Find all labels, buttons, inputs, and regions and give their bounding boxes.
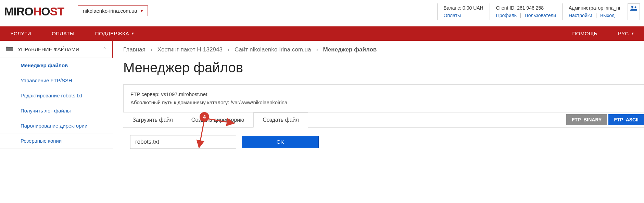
breadcrumb-home[interactable]: Главная	[123, 46, 146, 53]
balance-block: Баланс: 0.00 UAH Оплаты	[437, 3, 490, 20]
logo[interactable]: MIROHOST	[4, 5, 64, 18]
header-blocks: Баланс: 0.00 UAH Оплаты Client ID: 261 9…	[437, 3, 640, 20]
breadcrumb-hosting[interactable]: Хостинг-пакет H-132943	[157, 46, 223, 53]
sidebar-item-password-dir[interactable]: Паролирование директории	[0, 118, 113, 133]
tab-create-file[interactable]: Создать файл	[253, 112, 308, 128]
separator: |	[520, 13, 521, 18]
sidebar-item-label: Резервные копии	[21, 138, 62, 144]
layout: УПРАВЛЕНИЕ ФАЙЛАМИ ⌃ Менеджер файлов Упр…	[0, 41, 644, 156]
nav-lang[interactable]: РУС▾	[608, 31, 644, 36]
profile-link[interactable]: Профиль	[496, 13, 517, 18]
sidebar-heading[interactable]: УПРАВЛЕНИЕ ФАЙЛАМИ ⌃	[0, 41, 113, 58]
sidebar-item-label: Получить лог-файлы	[21, 108, 71, 114]
admin-block: Администратор irina_ni Настройки | Выход	[562, 3, 626, 20]
sidebar-item-robots[interactable]: Редактирование robots.txt	[0, 88, 113, 103]
chevron-down-icon: ▾	[141, 9, 143, 13]
payments-link[interactable]: Оплаты	[444, 13, 461, 18]
nav-support[interactable]: ПОДДЕРЖКА▾	[85, 31, 144, 36]
ftp-server-value: vs1097.mirohost.net	[161, 91, 207, 97]
chevron-up-icon: ⌃	[103, 47, 106, 52]
breadcrumb-current: Менеджер файлов	[323, 46, 377, 53]
sidebar-item-label: Менеджер файлов	[21, 62, 68, 68]
nav-help[interactable]: ПОМОЩЬ	[562, 31, 608, 36]
admin-label: Администратор irina_ni	[569, 4, 620, 12]
tab-label: Загрузить файл	[132, 117, 173, 123]
filename-input[interactable]	[130, 135, 236, 149]
logout-link[interactable]: Выход	[600, 13, 615, 18]
tab-create-directory[interactable]: Создать директорию	[182, 112, 253, 128]
ftp-binary-toggle[interactable]: FTP_BINARY	[566, 114, 607, 125]
breadcrumb-site[interactable]: Сайт nikolaenko-irina.com.ua	[235, 46, 311, 53]
nav-services[interactable]: УСЛУГИ	[0, 31, 41, 36]
info-panel: FTP сервер: vs1097.mirohost.net Абсолютн…	[123, 84, 644, 112]
client-block: Client ID: 261 946 258 Профиль | Пользов…	[490, 3, 562, 20]
breadcrumb-separator: ›	[228, 46, 230, 53]
page-title: Менеджер файлов	[123, 60, 644, 75]
sidebar: УПРАВЛЕНИЕ ФАЙЛАМИ ⌃ Менеджер файлов Упр…	[0, 41, 113, 156]
sidebar-item-label: Паролирование директории	[21, 123, 87, 129]
chevron-down-icon: ▾	[632, 31, 634, 36]
folder-open-icon	[5, 46, 13, 53]
logo-text: ST	[50, 5, 64, 18]
ftp-ascii-toggle[interactable]: FTP_ASCII	[608, 114, 644, 125]
tab-label: Создать файл	[263, 117, 299, 123]
sidebar-item-label: Редактирование robots.txt	[21, 93, 82, 98]
sidebar-heading-label: УПРАВЛЕНИЕ ФАЙЛАМИ	[18, 46, 103, 52]
users-link[interactable]: Пользователи	[525, 13, 556, 18]
svg-point-0	[631, 6, 633, 8]
separator: |	[596, 13, 597, 18]
breadcrumb-separator: ›	[316, 46, 318, 53]
breadcrumb-separator: ›	[150, 46, 152, 53]
home-path-label: Абсолютный путь к домашнему каталогу:	[130, 99, 231, 105]
main-content: Главная › Хостинг-пакет H-132943 › Сайт …	[113, 41, 644, 156]
contacts-button[interactable]	[628, 3, 640, 20]
annotation-badge: 4	[200, 112, 209, 122]
sidebar-item-ftp-ssh[interactable]: Управление FTP/SSH	[0, 73, 113, 88]
logo-text: MIRO	[4, 5, 33, 18]
logo-text: O	[41, 5, 50, 18]
client-id-label: Client ID: 261 946 258	[496, 4, 556, 12]
ftp-server-label: FTP сервер:	[130, 91, 161, 97]
tab-label: Создать директорию	[191, 117, 244, 123]
home-path-value: /var/www/nikolaenkoirina	[231, 99, 288, 105]
nav-payments[interactable]: ОПЛАТЫ	[41, 31, 85, 36]
header: MIROHOST nikolaenko-irina.com.ua ▾ Балан…	[0, 0, 644, 20]
ftp-mode-label: FTP_ASCII	[614, 117, 639, 122]
ok-button-label: OK	[277, 139, 284, 145]
domain-selector[interactable]: nikolaenko-irina.com.ua ▾	[78, 5, 148, 16]
svg-point-1	[635, 7, 636, 8]
domain-selector-value: nikolaenko-irina.com.ua	[83, 8, 137, 14]
breadcrumb: Главная › Хостинг-пакет H-132943 › Сайт …	[123, 46, 644, 53]
sidebar-item-backup[interactable]: Резервные копии	[0, 133, 113, 148]
sidebar-item-logs[interactable]: Получить лог-файлы	[0, 103, 113, 118]
balance-label: Баланс: 0.00 UAH	[444, 4, 483, 12]
ok-button[interactable]: OK	[242, 136, 319, 148]
sidebar-item-file-manager[interactable]: Менеджер файлов	[0, 58, 113, 73]
sidebar-item-label: Управление FTP/SSH	[21, 77, 72, 83]
ftp-mode-label: FTP_BINARY	[572, 117, 602, 122]
contacts-icon	[630, 5, 637, 11]
main-nav: УСЛУГИ ОПЛАТЫ ПОДДЕРЖКА▾ ПОМОЩЬ РУС▾	[0, 26, 644, 41]
chevron-down-icon: ▾	[132, 31, 134, 36]
settings-link[interactable]: Настройки	[569, 13, 592, 18]
tab-upload-file[interactable]: Загрузить файл	[123, 112, 182, 128]
logo-text: H	[33, 5, 41, 18]
create-file-form: OK	[123, 128, 644, 156]
